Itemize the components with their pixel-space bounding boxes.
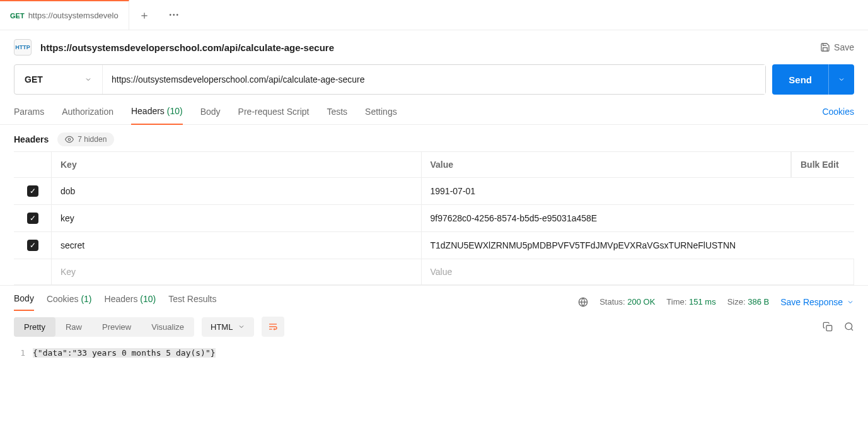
copy-icon[interactable]: [823, 322, 833, 332]
response-view-controls: Pretty Raw Preview Visualize HTML: [0, 310, 868, 343]
svg-point-6: [845, 323, 852, 330]
tab-params[interactable]: Params: [14, 107, 44, 124]
response-tab-headers-count: (10): [140, 294, 156, 304]
row-checkbox[interactable]: ✓: [14, 232, 52, 259]
row-checkbox-blank: [14, 259, 52, 284]
response-right-icons: [823, 322, 854, 332]
svg-line-7: [851, 329, 853, 330]
row-value[interactable]: 1991-07-01: [422, 178, 855, 204]
tab-headers[interactable]: Headers (10): [131, 106, 183, 125]
save-response-button[interactable]: Save Response: [780, 297, 854, 307]
hidden-headers-toggle[interactable]: 7 hidden: [57, 132, 114, 146]
send-dropdown[interactable]: [828, 64, 854, 95]
view-preview[interactable]: Preview: [92, 317, 141, 337]
format-select[interactable]: HTML: [202, 317, 254, 337]
view-pretty[interactable]: Pretty: [14, 317, 55, 337]
http-badge-icon: HTTP: [14, 39, 32, 55]
size-label: Size: 386 B: [727, 297, 770, 306]
headers-table: Key Value Bulk Edit ✓ dob 1991-07-01 ✓ k…: [14, 151, 854, 285]
tab-headers-count: (10): [167, 106, 183, 116]
tab-title: https://outsystemsdevelo: [28, 11, 119, 20]
header-value-col: Value: [422, 152, 792, 177]
row-value-placeholder[interactable]: Value: [422, 259, 855, 284]
eye-icon: [65, 135, 74, 144]
save-button[interactable]: Save: [820, 42, 854, 52]
view-raw[interactable]: Raw: [55, 317, 92, 337]
chevron-down-icon: [84, 76, 92, 83]
bulk-edit-button[interactable]: Bulk Edit: [791, 152, 854, 177]
svg-rect-5: [826, 325, 832, 331]
header-key-col: Key: [52, 152, 422, 177]
send-label: Send: [772, 74, 828, 85]
format-label: HTML: [211, 322, 233, 332]
row-checkbox[interactable]: ✓: [14, 205, 52, 231]
method-select[interactable]: GET: [14, 65, 103, 94]
tab-overflow-button[interactable]: •••: [159, 11, 190, 18]
save-label: Save: [834, 42, 854, 52]
header-checkbox-col: [14, 152, 52, 177]
tab-authorization[interactable]: Authorization: [62, 107, 113, 124]
response-meta: Status: 200 OK Time: 151 ms Size: 386 B …: [578, 297, 854, 307]
svg-point-0: [69, 138, 71, 141]
request-tab[interactable]: GET https://outsystemsdevelo: [0, 0, 129, 30]
headers-subheader: Headers 7 hidden: [0, 125, 868, 151]
url-bar: GET Send: [0, 64, 868, 95]
code-line: {"data":"33 years 0 months 5 day(s)"}: [33, 348, 216, 358]
tab-body[interactable]: Body: [200, 107, 221, 124]
row-value[interactable]: T1dZNU5EWXlZRNMU5pMDBPVFV5TFdJMVpEVXRaVG…: [422, 232, 855, 259]
response-tab-cookies-label: Cookies: [47, 294, 79, 304]
row-key[interactable]: dob: [52, 178, 422, 204]
headers-label: Headers: [14, 134, 49, 144]
method-label: GET: [25, 74, 43, 85]
table-row: ✓ dob 1991-07-01: [14, 178, 854, 205]
view-mode-segment: Pretty Raw Preview Visualize: [14, 317, 194, 337]
tab-prerequest[interactable]: Pre-request Script: [238, 107, 310, 124]
response-tab-body[interactable]: Body: [14, 293, 34, 311]
wrap-icon: [268, 322, 278, 332]
response-tab-cookies[interactable]: Cookies (1): [47, 294, 92, 310]
table-row-blank[interactable]: Key Value: [14, 259, 854, 285]
tab-tests[interactable]: Tests: [327, 107, 347, 124]
row-value[interactable]: 9f97628c0-4256-8574-b5d5-e95031a458E: [422, 205, 855, 231]
row-key-placeholder[interactable]: Key: [52, 259, 422, 284]
response-tab-cookies-count: (1): [81, 294, 91, 304]
table-header-row: Key Value Bulk Edit: [14, 152, 854, 178]
cookies-link[interactable]: Cookies: [822, 107, 854, 124]
status-label: Status: 200 OK: [599, 297, 655, 306]
response-tab-headers[interactable]: Headers (10): [105, 294, 156, 310]
search-icon[interactable]: [844, 322, 854, 332]
response-body[interactable]: 1 {"data":"33 years 0 months 5 day(s)"}: [0, 343, 868, 363]
chevron-down-icon: [238, 323, 245, 330]
line-number: 1: [14, 348, 33, 358]
hidden-count: 7 hidden: [78, 135, 107, 144]
request-name: https://outsystemsdeveloperschool.com/ap…: [40, 42, 820, 53]
response-tab-testresults[interactable]: Test Results: [168, 294, 216, 310]
row-checkbox[interactable]: ✓: [14, 178, 52, 204]
globe-icon: [578, 297, 588, 307]
time-label: Time: 151 ms: [666, 297, 715, 306]
tab-settings[interactable]: Settings: [365, 107, 397, 124]
wrap-lines-button[interactable]: [262, 317, 284, 337]
tab-headers-label: Headers: [131, 106, 165, 116]
response-tabs: Body Cookies (1) Headers (10) Test Resul…: [0, 285, 868, 310]
title-bar: HTTP https://outsystemsdeveloperschool.c…: [0, 30, 868, 64]
view-visualize[interactable]: Visualize: [141, 317, 194, 337]
url-input[interactable]: [103, 65, 765, 94]
new-tab-button[interactable]: ＋: [129, 8, 159, 23]
table-row: ✓ key 9f97628c0-4256-8574-b5d5-e95031a45…: [14, 205, 854, 232]
chevron-down-icon: [847, 298, 854, 306]
row-key[interactable]: key: [52, 205, 422, 231]
row-key[interactable]: secret: [52, 232, 422, 259]
table-row: ✓ secret T1dZNU5EWXlZRNMU5pMDBPVFV5TFdJM…: [14, 232, 854, 259]
tab-method-badge: GET: [10, 12, 25, 20]
url-box: GET: [14, 64, 766, 95]
tab-bar: GET https://outsystemsdevelo ＋ •••: [0, 0, 868, 30]
request-tabs: Params Authorization Headers (10) Body P…: [0, 95, 868, 125]
response-tab-headers-label: Headers: [105, 294, 138, 304]
save-icon: [820, 42, 830, 52]
send-button[interactable]: Send: [772, 64, 854, 95]
save-response-label: Save Response: [780, 297, 843, 307]
